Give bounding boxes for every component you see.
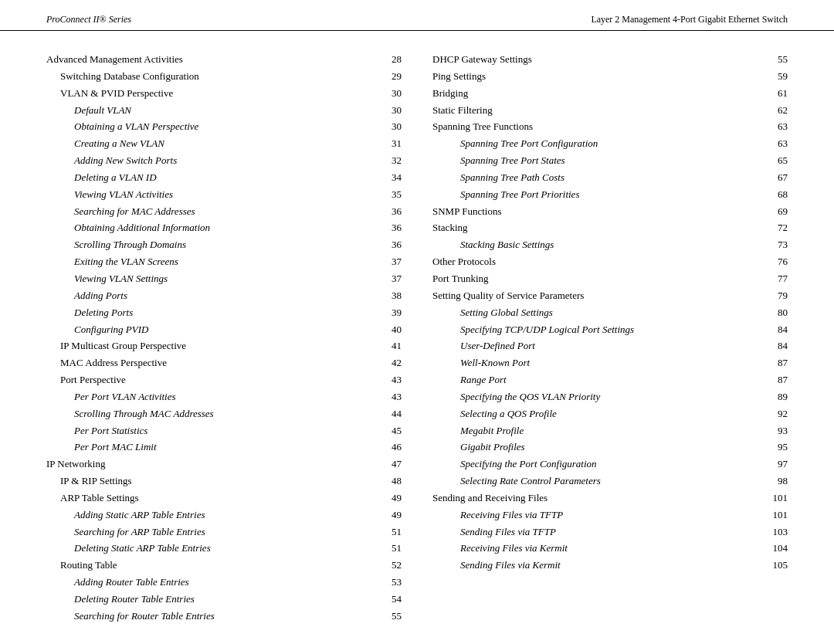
toc-label: Specifying TCP/UDP Logical Port Settings <box>432 323 766 337</box>
toc-page-number: 101 <box>766 491 788 506</box>
toc-page-number: 37 <box>380 255 402 269</box>
toc-label: Selecting a QOS Profile <box>432 407 766 422</box>
toc-label: Searching for ARP Table Entries <box>46 525 380 540</box>
toc-label: Stacking Basic Settings <box>432 238 766 253</box>
toc-page-number: 77 <box>766 272 788 286</box>
toc-page-number: 44 <box>380 407 402 422</box>
toc-entry: Well-Known Port87 <box>432 356 788 371</box>
toc-label: Adding Router Table Entries <box>46 575 380 590</box>
toc-entry: Receiving Files via Kermit104 <box>432 541 788 556</box>
toc-page-number: 42 <box>380 356 402 371</box>
toc-label: Receiving Files via Kermit <box>432 541 766 556</box>
toc-label: Deleting a VLAN ID <box>46 171 380 185</box>
toc-page-number: 87 <box>766 356 788 371</box>
toc-label: Specifying the QOS VLAN Priority <box>432 390 766 405</box>
toc-entry: Adding Router Table Entries53 <box>46 575 402 590</box>
toc-label: Static Filtering <box>432 103 766 118</box>
toc-label: Routing Table <box>46 558 380 573</box>
toc-page-number: 89 <box>766 390 788 405</box>
toc-page-number: 51 <box>380 541 402 556</box>
header-product: Layer 2 Management 4-Port Gigabit Ethern… <box>591 14 788 25</box>
toc-entry: Selecting Rate Control Parameters98 <box>432 474 788 489</box>
toc-page-number: 55 <box>380 609 402 624</box>
toc-entry: Setting Quality of Service Parameters79 <box>432 289 788 303</box>
toc-entry: Sending Files via TFTP103 <box>432 525 788 540</box>
toc-label: Viewing VLAN Settings <box>46 272 380 286</box>
toc-label: Bridging <box>432 86 766 101</box>
toc-page-number: 46 <box>380 440 402 455</box>
toc-label: Spanning Tree Port States <box>432 154 766 168</box>
toc-page-number: 80 <box>766 306 788 320</box>
toc-label: Spanning Tree Port Configuration <box>432 137 766 151</box>
toc-page-number: 95 <box>766 440 788 455</box>
toc-label: Adding Ports <box>46 289 380 303</box>
toc-page-number: 55 <box>766 53 788 67</box>
toc-page-number: 68 <box>766 188 788 202</box>
toc-entry: Searching for ARP Table Entries51 <box>46 525 402 540</box>
toc-entry: Obtaining Additional Information36 <box>46 221 402 236</box>
toc-entry: Routing Table52 <box>46 558 402 573</box>
toc-label: Setting Quality of Service Parameters <box>432 289 766 303</box>
toc-entry: Switching Database Configuration29 <box>46 69 402 84</box>
toc-entry: IP Multicast Group Perspective41 <box>46 339 402 354</box>
toc-label: Per Port Statistics <box>46 424 380 439</box>
toc-page-number: 43 <box>380 390 402 405</box>
toc-entry: Port Perspective43 <box>46 373 402 388</box>
toc-entry: Obtaining a VLAN Perspective30 <box>46 120 402 134</box>
toc-label: Deleting Router Table Entries <box>46 592 380 607</box>
toc-entry: Spanning Tree Port States65 <box>432 154 788 168</box>
toc-page-number: 38 <box>380 289 402 303</box>
toc-entry: Searching for Router Table Entries55 <box>46 609 402 624</box>
left-column: Advanced Management Activities28Switchin… <box>46 53 402 626</box>
toc-page-number: 84 <box>766 339 788 354</box>
toc-page-number: 73 <box>766 238 788 253</box>
toc-page-number: 47 <box>380 457 402 472</box>
toc-label: Sending Files via TFTP <box>432 525 766 540</box>
toc-label: Advanced Management Activities <box>46 53 380 67</box>
page-header: ProConnect II® Series Layer 2 Management… <box>0 0 834 31</box>
toc-page-number: 30 <box>380 120 402 134</box>
toc-page-number: 35 <box>380 188 402 202</box>
toc-entry: IP & RIP Settings48 <box>46 474 402 489</box>
toc-entry: Per Port Statistics45 <box>46 424 402 439</box>
toc-label: Adding Static ARP Table Entries <box>46 508 380 523</box>
toc-entry: Setting Global Settings80 <box>432 306 788 320</box>
toc-page-number: 79 <box>766 289 788 303</box>
toc-entry: Range Port87 <box>432 373 788 388</box>
toc-page-number: 104 <box>766 541 788 556</box>
toc-label: Per Port VLAN Activities <box>46 390 380 405</box>
toc-label: Searching for Router Table Entries <box>46 609 380 624</box>
toc-entry: Sending Files via Kermit105 <box>432 558 788 573</box>
toc-page-number: 53 <box>380 575 402 590</box>
toc-label: Spanning Tree Path Costs <box>432 171 766 185</box>
toc-page-number: 67 <box>766 171 788 185</box>
toc-label: Spanning Tree Functions <box>432 120 766 134</box>
toc-page-number: 36 <box>380 238 402 253</box>
toc-label: Scrolling Through MAC Addresses <box>46 407 380 422</box>
toc-page-number: 84 <box>766 323 788 337</box>
toc-entry: User-Defined Port84 <box>432 339 788 354</box>
toc-entry: Viewing VLAN Settings37 <box>46 272 402 286</box>
toc-label: ARP Table Settings <box>46 491 380 506</box>
toc-label: Port Trunking <box>432 272 766 286</box>
toc-page-number: 62 <box>766 103 788 118</box>
toc-page-number: 36 <box>380 221 402 236</box>
toc-page-number: 92 <box>766 407 788 422</box>
toc-page-number: 69 <box>766 205 788 219</box>
header-series: ProConnect II® Series <box>46 14 131 25</box>
toc-label: Scrolling Through Domains <box>46 238 380 253</box>
toc-page-number: 41 <box>380 339 402 354</box>
toc-label: Adding New Switch Ports <box>46 154 380 168</box>
toc-entry: Spanning Tree Path Costs67 <box>432 171 788 185</box>
toc-label: Receiving Files via TFTP <box>432 508 766 523</box>
toc-page-number: 43 <box>380 373 402 388</box>
toc-label: Deleting Static ARP Table Entries <box>46 541 380 556</box>
toc-entry: VLAN & PVID Perspective30 <box>46 86 402 101</box>
page: ProConnect II® Series Layer 2 Management… <box>0 0 834 644</box>
toc-entry: Viewing VLAN Activities35 <box>46 188 402 202</box>
toc-label: Well-Known Port <box>432 356 766 371</box>
toc-page-number: 72 <box>766 221 788 236</box>
toc-label: User-Defined Port <box>432 339 766 354</box>
toc-entry: Bridging61 <box>432 86 788 101</box>
toc-entry: ARP Table Settings49 <box>46 491 402 506</box>
